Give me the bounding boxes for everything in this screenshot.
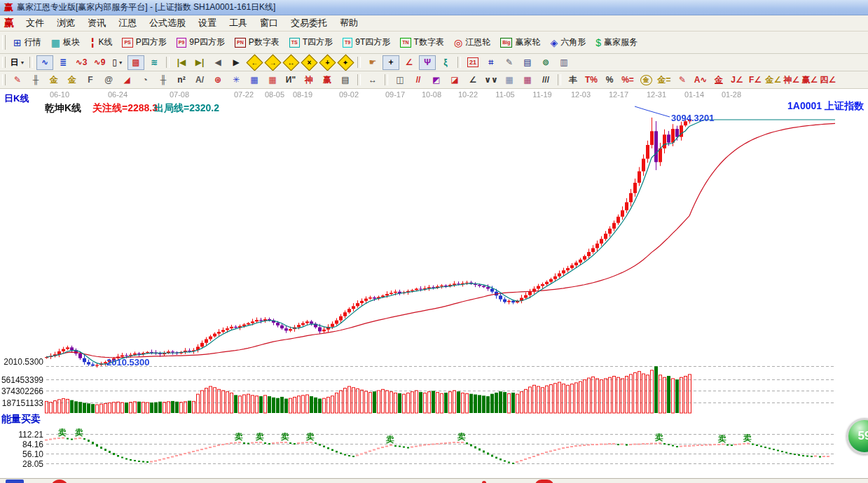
pc-button[interactable]: ▥ — [556, 55, 572, 70]
status-alert-icon[interactable] — [50, 479, 69, 483]
wave-a-button[interactable]: A∿ — [692, 73, 709, 88]
prev-page-button[interactable]: ◀ — [209, 55, 226, 70]
crosshair-tool-button[interactable]: + — [383, 55, 399, 70]
wave-shape-button[interactable]: ξ — [437, 55, 454, 70]
gann-shape-button[interactable]: Ψ — [419, 55, 436, 70]
f-angle-button[interactable]: F∠ — [747, 73, 764, 88]
toolbar-button-gann-wheel[interactable]: ◎江恩轮 — [449, 35, 495, 50]
toolbar-button-p-square[interactable]: PSP四方形 — [117, 35, 171, 50]
notes-button[interactable]: ✎ — [501, 55, 518, 70]
knife-button[interactable]: ◢ — [118, 73, 135, 88]
draw-pencil-button[interactable]: ✎ — [9, 73, 26, 88]
zoom-left-button[interactable]: ← — [246, 55, 263, 70]
menu-item-江恩[interactable]: 江恩 — [112, 15, 143, 31]
percent-line-button[interactable]: %= — [619, 73, 636, 88]
volume-profile-button[interactable]: ≋ — [146, 55, 163, 70]
menu-item-浏览[interactable]: 浏览 — [50, 15, 81, 31]
grid-mix-button[interactable]: ▦ — [519, 73, 536, 88]
gold-underline-button[interactable]: 金 — [710, 73, 727, 88]
spiral-button[interactable]: @ — [100, 73, 117, 88]
qiankun-kline-button[interactable]: ▩ — [128, 55, 144, 70]
menu-item-窗口[interactable]: 窗口 — [254, 15, 284, 31]
rays-button[interactable]: ∠ — [464, 73, 481, 88]
time-circle-button[interactable]: ◔ — [137, 73, 153, 88]
wave9-button[interactable]: ∿9 — [91, 55, 108, 70]
fan-box-button[interactable]: ◪ — [446, 73, 463, 88]
next-page-button[interactable]: ▶ — [228, 55, 244, 70]
expand-button[interactable]: + — [319, 55, 336, 70]
save-button[interactable]: ▤ — [519, 55, 536, 70]
ying-button[interactable]: 赢 — [319, 73, 336, 88]
toolbar-button-t-square[interactable]: TST四方形 — [284, 35, 338, 50]
toolbar-button-9p-square[interactable]: P99P四方形 — [172, 35, 230, 50]
fit-all-button[interactable]: ✦ — [337, 55, 354, 70]
columns-button[interactable]: 丰 — [565, 73, 581, 88]
percent-t-button[interactable]: T% — [583, 73, 600, 88]
kline-chart-canvas[interactable] — [0, 89, 868, 478]
fan-red-button[interactable]: // — [410, 73, 427, 88]
parallel-button[interactable]: A/ — [191, 73, 208, 88]
toolbar-button-sectors[interactable]: ▦板块 — [46, 35, 85, 50]
calendar-button[interactable]: 21 — [464, 55, 481, 70]
gold-angle-button[interactable]: 金∠ — [765, 73, 782, 88]
wave-valley-button[interactable]: ∨∨ — [483, 73, 500, 88]
n2-button[interactable]: n² — [173, 73, 190, 88]
angle-tool-button[interactable]: ∠ — [401, 55, 418, 70]
window-titlebar[interactable]: 赢 赢家江恩专业版[赢家内部服务平台] - [上证指数 SH1A0001-161… — [0, 0, 868, 15]
toolbar-button-winner-service[interactable]: $赢家服务 — [591, 35, 642, 50]
menu-item-交易委托[interactable]: 交易委托 — [284, 15, 333, 31]
gold-rail2-button[interactable]: 金 — [64, 73, 81, 88]
table-button[interactable]: ▤ — [337, 73, 354, 88]
toolbar-button-winner-wheel[interactable]: Big赢家轮 — [495, 35, 545, 50]
target-button[interactable]: ⊕ — [209, 73, 226, 88]
qiankun-curve-button[interactable]: ∿ — [36, 55, 53, 70]
measure-button[interactable]: ↔ — [364, 73, 381, 88]
status-notify-icon[interactable] — [535, 479, 554, 483]
percent-button[interactable]: % — [601, 73, 618, 88]
grid-gray-button[interactable]: ▦ — [501, 73, 518, 88]
last-page-button[interactable]: ▶| — [191, 55, 208, 70]
shen-button[interactable]: 神 — [301, 73, 317, 88]
menu-item-帮助[interactable]: 帮助 — [333, 15, 364, 31]
ying-angle-button[interactable]: 赢∠ — [801, 73, 818, 88]
list-button[interactable]: ≣ — [55, 55, 71, 70]
menu-item-设置[interactable]: 设置 — [192, 15, 223, 31]
fan-purple-button[interactable]: ◩ — [428, 73, 445, 88]
box-button[interactable]: ◫ — [392, 73, 408, 88]
toolbar-button-9t-square[interactable]: T99T四方形 — [338, 35, 395, 50]
menu-item-工具[interactable]: 工具 — [223, 15, 254, 31]
rail2-button[interactable]: ╫ — [155, 73, 172, 88]
star-button[interactable]: ✳ — [228, 73, 244, 88]
period-day-button[interactable]: 日▼ — [9, 55, 26, 70]
first-page-button[interactable]: |◀ — [173, 55, 190, 70]
f-rail-button[interactable]: F — [82, 73, 99, 88]
grid-red-button[interactable]: ▦ — [264, 73, 281, 88]
toolbar-button-p-table[interactable]: PNP数字表 — [230, 35, 284, 50]
wave3-button[interactable]: ∿3 — [73, 55, 90, 70]
grid-blue-button[interactable]: ▦ — [246, 73, 263, 88]
slash3-button[interactable]: /// — [537, 73, 554, 88]
shen-angle-button[interactable]: 神∠ — [783, 73, 800, 88]
gold-rail1-button[interactable]: 金 — [46, 73, 62, 88]
four-angle-button[interactable]: 四∠ — [820, 73, 836, 88]
toolbar-button-t-table[interactable]: TNT数字表 — [395, 35, 449, 50]
status-window-icon[interactable] — [6, 479, 24, 483]
export-web-button[interactable]: ⊚ — [537, 55, 554, 70]
hand-tool-button[interactable]: ☛ — [364, 55, 381, 70]
brush-red-button[interactable]: ✎ — [674, 73, 691, 88]
j-angle-button[interactable]: J∠ — [729, 73, 745, 88]
menu-item-资讯[interactable]: 资讯 — [81, 15, 112, 31]
toolbar-button-kline[interactable]: ╏K线 — [85, 35, 117, 50]
rail-button[interactable]: ╫ — [27, 73, 44, 88]
menu-item-文件[interactable]: 文件 — [20, 15, 50, 31]
gold-circle-button[interactable]: 金 — [638, 73, 654, 88]
toolbar-button-hexagon[interactable]: ◈六角形 — [545, 35, 591, 50]
candle-style-button[interactable]: ▯▼ — [109, 55, 126, 70]
zoom-right-button[interactable]: → — [264, 55, 281, 70]
reverse-button[interactable]: И" — [282, 73, 299, 88]
zoom-h-button[interactable]: ↔ — [282, 55, 299, 70]
compress-button[interactable]: × — [301, 55, 317, 70]
menu-item-公式选股[interactable]: 公式选股 — [143, 15, 192, 31]
toolbar-button-quotes[interactable]: ⊞行情 — [8, 35, 46, 50]
calculator-button[interactable]: ⌗ — [483, 55, 500, 70]
